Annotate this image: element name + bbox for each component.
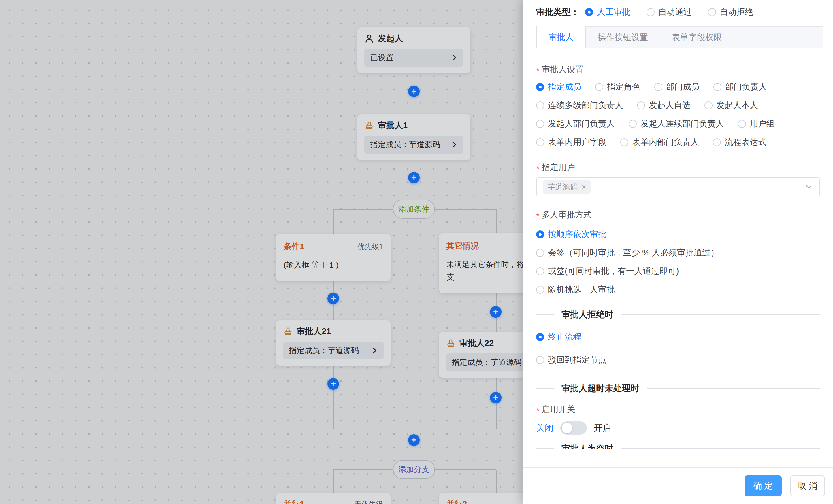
- add-node-button[interactable]: +: [328, 293, 339, 304]
- add-node-button[interactable]: +: [408, 85, 420, 97]
- close-icon[interactable]: ×: [582, 183, 586, 191]
- radio-label: 按顺序依次审批: [548, 229, 606, 240]
- user-icon: [364, 34, 374, 44]
- divider-title: 审批人拒绝时: [554, 309, 621, 321]
- radio-icon: [629, 120, 637, 128]
- confirm-button[interactable]: 确 定: [744, 476, 781, 496]
- condition-title: 条件1: [284, 241, 304, 252]
- radio-label: 终止流程: [548, 331, 581, 343]
- approval-type-label: 审批类型：: [536, 6, 579, 18]
- enable-switch-label: 启用开关: [536, 404, 820, 415]
- radio-dept-member[interactable]: 部门成员: [654, 81, 699, 93]
- radio-form-dept-leader[interactable]: 表单内部门负责人: [620, 136, 699, 148]
- radio-form-user-field[interactable]: 表单内用户字段: [536, 136, 606, 148]
- radio-terminate-process[interactable]: 终止流程: [536, 331, 820, 343]
- chevron-right-icon: [371, 347, 378, 354]
- chevron-right-icon: [450, 54, 458, 61]
- add-node-button[interactable]: +: [490, 392, 502, 403]
- radio-icon: [536, 249, 544, 257]
- radio-icon: [595, 83, 603, 91]
- radio-initiator-dept-leader[interactable]: 发起人部门负责人: [536, 118, 615, 130]
- connector-line: [496, 209, 497, 233]
- node-title: 审批人1: [378, 120, 408, 131]
- multi-approve-mode-label: 多人审批方式: [536, 209, 820, 221]
- node-config-summary[interactable]: 指定成员：芋道源码: [283, 342, 384, 359]
- radio-process-expression[interactable]: 流程表达式: [713, 136, 766, 148]
- radio-manual-approval[interactable]: 人工审批: [585, 6, 630, 18]
- cancel-button[interactable]: 取 消: [790, 476, 825, 496]
- radio-icon: [654, 83, 662, 91]
- radio-label: 或签(可同时审批，有一人通过即可): [548, 266, 679, 277]
- divider-title: 审批人超时未处理时: [554, 382, 647, 394]
- radio-label: 随机挑选一人审批: [548, 284, 615, 296]
- stamp-icon: [364, 121, 374, 130]
- radio-label: 用户组: [750, 118, 775, 130]
- radio-assign-role[interactable]: 指定角色: [595, 81, 640, 93]
- condition-title: 并行1: [284, 499, 304, 504]
- settings-form[interactable]: 审批人设置 指定成员 指定角色 部门成员 部门负责人 连续多级部门负责人 发起人…: [536, 48, 820, 449]
- stamp-icon: [446, 338, 456, 348]
- reject-section-divider: 审批人拒绝时: [536, 308, 820, 321]
- divider-title: 审批人为空时: [554, 443, 621, 450]
- tab-action-buttons[interactable]: 操作按钮设置: [586, 27, 660, 48]
- plus-icon: +: [493, 307, 499, 316]
- switch-off-label: 关闭: [536, 422, 553, 434]
- radio-dept-leader[interactable]: 部门负责人: [713, 81, 767, 93]
- approver-setting-row: 表单内用户字段 表单内部门负责人 流程表达式: [536, 136, 820, 148]
- node-config-summary[interactable]: 指定成员：芋道源码: [364, 136, 463, 153]
- timeout-section-divider: 审批人超时未处理时: [536, 382, 820, 395]
- plus-icon: +: [411, 435, 417, 445]
- radio-icon: [536, 230, 544, 238]
- node-parallel1[interactable]: 并行1 无优先级: [276, 493, 390, 504]
- radio-initiator-self[interactable]: 发起人本人: [705, 100, 758, 111]
- node-config-summary[interactable]: 已设置: [364, 49, 463, 67]
- branch-merge-line: [333, 429, 496, 429]
- node-start[interactable]: 发起人 已设置: [357, 27, 470, 73]
- radio-sequential-approval[interactable]: 按顺序依次审批: [536, 229, 820, 240]
- timeout-toggle[interactable]: [560, 421, 587, 435]
- drawer-footer: 确 定 取 消: [523, 467, 833, 504]
- node-condition1[interactable]: 条件1 优先级1 (输入框 等于 1 ): [276, 234, 390, 281]
- radio-initiator-self-select[interactable]: 发起人自选: [637, 100, 691, 111]
- radio-icon: [536, 83, 544, 91]
- add-node-button[interactable]: +: [408, 434, 420, 446]
- add-condition-button[interactable]: 添加条件: [393, 200, 435, 219]
- connector-line: [496, 470, 497, 493]
- plus-icon: +: [411, 86, 417, 96]
- radio-or-sign[interactable]: 或签(可同时审批，有一人通过即可): [536, 266, 820, 277]
- node-approver21[interactable]: 审批人21 指定成员：芋道源码: [276, 320, 390, 366]
- radio-initiator-consecutive-dept-leader[interactable]: 发起人连续部门负责人: [629, 118, 724, 130]
- radio-auto-reject[interactable]: 自动拒绝: [708, 6, 753, 18]
- add-node-button[interactable]: +: [328, 378, 339, 390]
- radio-label: 指定成员: [548, 81, 581, 93]
- radio-auto-approve[interactable]: 自动通过: [646, 6, 692, 18]
- radio-reject-to-node[interactable]: 驳回到指定节点: [536, 354, 820, 366]
- chevron-down-icon: [805, 183, 813, 191]
- tab-approver[interactable]: 审批人: [536, 26, 586, 48]
- condition-title: 其它情况: [447, 241, 479, 251]
- tab-form-field-permissions[interactable]: 表单字段权限: [660, 27, 734, 48]
- radio-user-group[interactable]: 用户组: [738, 118, 775, 130]
- approver-setting-row: 指定成员 指定角色 部门成员 部门负责人: [536, 81, 820, 93]
- plus-icon: +: [411, 173, 417, 182]
- add-branch-button[interactable]: 添加分支: [393, 460, 435, 479]
- chevron-right-icon: [450, 141, 458, 148]
- radio-assign-member[interactable]: 指定成员: [536, 81, 581, 93]
- radio-label: 自动拒绝: [720, 6, 753, 18]
- node-summary-text: 指定成员：芋道源码: [370, 140, 440, 150]
- radio-countersign[interactable]: 会签（可同时审批，至少 % 人必须审批通过）: [536, 247, 820, 259]
- assign-user-select[interactable]: 芋道源码 ×: [536, 177, 820, 196]
- radio-label: 连续多级部门负责人: [548, 100, 623, 111]
- connector-line: [333, 365, 334, 429]
- radio-label: 人工审批: [597, 6, 630, 18]
- node-title: 审批人21: [296, 326, 331, 337]
- stamp-icon: [283, 327, 293, 336]
- add-node-button[interactable]: +: [490, 306, 502, 318]
- tab-label: 审批人: [548, 32, 574, 43]
- radio-icon: [536, 138, 544, 146]
- radio-multi-level-dept-leader[interactable]: 连续多级部门负责人: [536, 100, 623, 111]
- add-node-button[interactable]: +: [408, 172, 420, 183]
- condition-priority: 优先级1: [357, 242, 383, 251]
- node-approver1[interactable]: 审批人1 指定成员：芋道源码: [357, 114, 470, 160]
- radio-random-one[interactable]: 随机挑选一人审批: [536, 284, 820, 296]
